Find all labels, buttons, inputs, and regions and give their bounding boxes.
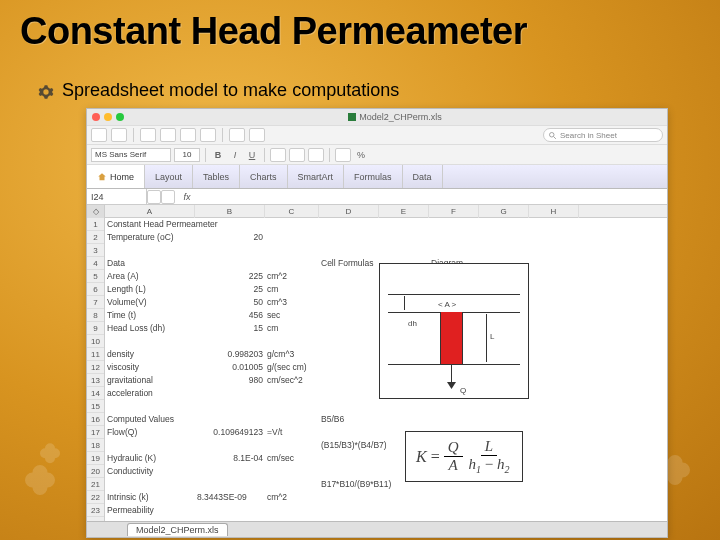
cell-A7[interactable]: Volume(V) xyxy=(107,296,147,309)
cell-A5[interactable]: Area (A) xyxy=(107,270,139,283)
cell-A16[interactable]: Computed Values xyxy=(107,413,174,426)
tab-home[interactable]: Home xyxy=(87,165,145,188)
cell-A19[interactable]: Hydraulic (K) xyxy=(107,452,156,465)
tab-smartart[interactable]: SmartArt xyxy=(288,165,345,188)
cell-B11[interactable]: 0.998203 xyxy=(197,348,263,361)
row-header[interactable]: 13 xyxy=(87,374,104,387)
cell-C12[interactable]: g/(sec cm) xyxy=(267,361,307,374)
cell-C17[interactable]: =V/t xyxy=(267,426,282,439)
cell-A6[interactable]: Length (L) xyxy=(107,283,146,296)
cell-A11[interactable]: density xyxy=(107,348,134,361)
col-header[interactable]: C xyxy=(265,205,319,218)
cell-B2[interactable]: 20 xyxy=(197,231,263,244)
row-header[interactable]: 12 xyxy=(87,361,104,374)
row-header[interactable]: 7 xyxy=(87,296,104,309)
row-header[interactable]: 14 xyxy=(87,387,104,400)
align-right-button[interactable] xyxy=(308,148,324,162)
undo-button[interactable] xyxy=(229,128,245,142)
cell-B5[interactable]: 225 xyxy=(197,270,263,283)
cell-A20[interactable]: Conductivity xyxy=(107,465,153,478)
cell-A9[interactable]: Head Loss (dh) xyxy=(107,322,165,335)
row-header[interactable]: 18 xyxy=(87,439,104,452)
cell-D16[interactable]: B5/B6 xyxy=(321,413,344,426)
cell-B22[interactable]: 8.3443SE-09 xyxy=(197,491,247,504)
row-header[interactable]: 2 xyxy=(87,231,104,244)
cell-C11[interactable]: g/cm^3 xyxy=(267,348,294,361)
cell-C8[interactable]: sec xyxy=(267,309,280,322)
cell-C22[interactable]: cm^2 xyxy=(267,491,287,504)
tab-data[interactable]: Data xyxy=(403,165,443,188)
cell-A2[interactable]: Temperature (oC) xyxy=(107,231,174,244)
cell-B17[interactable]: 0.109649123 xyxy=(197,426,263,439)
align-center-button[interactable] xyxy=(289,148,305,162)
tab-formulas[interactable]: Formulas xyxy=(344,165,403,188)
cell-B13[interactable]: 980 xyxy=(197,374,263,387)
tab-layout[interactable]: Layout xyxy=(145,165,193,188)
spreadsheet-grid[interactable]: ◇ 12345678910111213141516171819202122232… xyxy=(87,205,667,521)
font-select[interactable]: MS Sans Serif xyxy=(91,148,171,162)
cell-A12[interactable]: viscosity xyxy=(107,361,139,374)
cell-C5[interactable]: cm^2 xyxy=(267,270,287,283)
cell-A23[interactable]: Permeability xyxy=(107,504,154,517)
paste-button[interactable] xyxy=(180,128,196,142)
cell-A17[interactable]: Flow(Q) xyxy=(107,426,137,439)
fx-button2[interactable] xyxy=(161,190,175,204)
percent-button[interactable]: % xyxy=(354,148,368,162)
col-header[interactable]: G xyxy=(479,205,529,218)
row-header[interactable]: 6 xyxy=(87,283,104,296)
col-header[interactable]: F xyxy=(429,205,479,218)
cell-D18[interactable]: (B15/B3)*(B4/B7) xyxy=(321,439,387,452)
row-header[interactable]: 3 xyxy=(87,244,104,257)
redo-button[interactable] xyxy=(249,128,265,142)
cell-C13[interactable]: cm/sec^2 xyxy=(267,374,303,387)
cell-B19[interactable]: 8.1E-04 xyxy=(197,452,263,465)
col-header[interactable]: B xyxy=(195,205,265,218)
row-header[interactable]: 9 xyxy=(87,322,104,335)
row-header[interactable]: 17 xyxy=(87,426,104,439)
row-header[interactable]: 16 xyxy=(87,413,104,426)
row-header[interactable]: 1 xyxy=(87,218,104,231)
row-header[interactable]: 4 xyxy=(87,257,104,270)
min-dot[interactable] xyxy=(104,113,112,121)
row-header[interactable]: 19 xyxy=(87,452,104,465)
sheet-tab[interactable]: Model2_CHPerm.xls xyxy=(127,523,228,536)
cut-button[interactable] xyxy=(140,128,156,142)
cell-C6[interactable]: cm xyxy=(267,283,278,296)
row-header[interactable]: 22 xyxy=(87,491,104,504)
row-header[interactable]: 11 xyxy=(87,348,104,361)
underline-button[interactable]: U xyxy=(245,148,259,162)
row-header[interactable]: 21 xyxy=(87,478,104,491)
cell-B7[interactable]: 50 xyxy=(197,296,263,309)
fx-button[interactable] xyxy=(147,190,161,204)
cell-A1[interactable]: Constant Head Permeameter xyxy=(107,218,218,231)
cell-A13[interactable]: gravitational xyxy=(107,374,153,387)
cell-B8[interactable]: 456 xyxy=(197,309,263,322)
cell-C19[interactable]: cm/sec xyxy=(267,452,294,465)
format-painter-button[interactable] xyxy=(200,128,216,142)
cell-B12[interactable]: 0.01005 xyxy=(197,361,263,374)
max-dot[interactable] xyxy=(116,113,124,121)
row-header[interactable]: 10 xyxy=(87,335,104,348)
tab-tables[interactable]: Tables xyxy=(193,165,240,188)
print-button[interactable] xyxy=(111,128,127,142)
col-header[interactable]: D xyxy=(319,205,379,218)
search-input[interactable]: Search in Sheet xyxy=(543,128,663,142)
col-header[interactable]: A xyxy=(105,205,195,218)
close-dot[interactable] xyxy=(92,113,100,121)
corner-cell[interactable]: ◇ xyxy=(87,205,104,218)
row-header[interactable]: 15 xyxy=(87,400,104,413)
cell-D21[interactable]: B17*B10/(B9*B11) xyxy=(321,478,391,491)
cell-D4[interactable]: Cell Formulas xyxy=(321,257,373,270)
tab-charts[interactable]: Charts xyxy=(240,165,288,188)
currency-button[interactable] xyxy=(335,148,351,162)
row-header[interactable]: 20 xyxy=(87,465,104,478)
cell-B9[interactable]: 15 xyxy=(197,322,263,335)
name-box[interactable]: I24 xyxy=(87,189,147,204)
cell-A4[interactable]: Data xyxy=(107,257,125,270)
cell-C9[interactable]: cm xyxy=(267,322,278,335)
italic-button[interactable]: I xyxy=(228,148,242,162)
save-button[interactable] xyxy=(91,128,107,142)
row-header[interactable]: 23 xyxy=(87,504,104,517)
bold-button[interactable]: B xyxy=(211,148,225,162)
col-header[interactable]: H xyxy=(529,205,579,218)
